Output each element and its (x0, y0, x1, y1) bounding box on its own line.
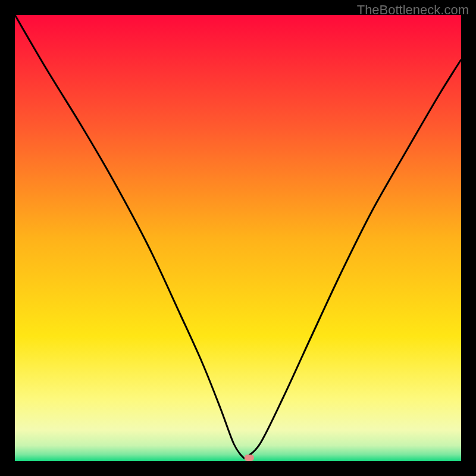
chart-frame: TheBottleneck.com (0, 0, 476, 476)
gradient-background (15, 15, 461, 461)
watermark-label: TheBottleneck.com (357, 2, 469, 18)
bottleneck-chart (15, 15, 461, 461)
optimal-point-marker (245, 455, 254, 461)
